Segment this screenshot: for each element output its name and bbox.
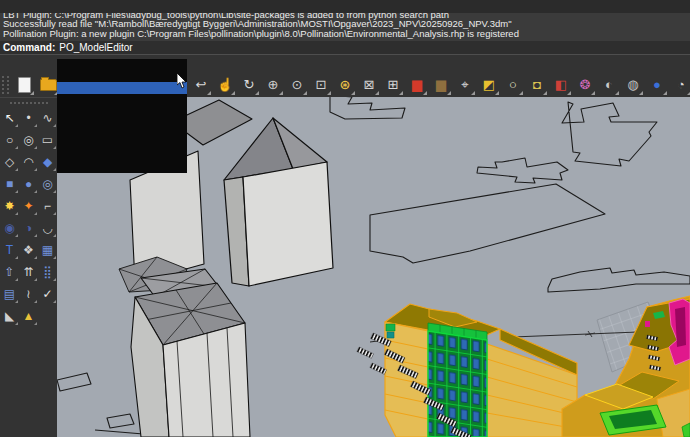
boolean-union-icon[interactable]: ◉	[0, 217, 19, 239]
panel-tool-icon[interactable]: ▤	[0, 283, 19, 305]
command-input[interactable]: PO_ModelEditor	[59, 42, 132, 53]
autocomplete-item-po-matchchildgeometry[interactable]	[57, 150, 187, 161]
command-history[interactable]: LBT Plugin: C:\Program Files\ladybug_too…	[0, 13, 690, 42]
command-line[interactable]: Command:PO_ModelEditor	[0, 41, 690, 55]
pan-view-icon[interactable]: ☝	[213, 74, 237, 96]
render-icon[interactable]: ▆	[405, 74, 429, 96]
autocomplete-item-po-editproperties[interactable]	[57, 116, 187, 127]
zoom-dynamic-icon[interactable]: ⊙	[285, 74, 309, 96]
autocomplete-item-po-projectchildtohost[interactable]	[57, 138, 187, 149]
raytrace-view-icon[interactable]: ●	[645, 74, 669, 96]
command-label: Command:	[3, 42, 55, 53]
explode-star-icon[interactable]: ✸	[0, 195, 19, 217]
explode-icon[interactable]: ✦	[19, 195, 38, 217]
rhino-window: { "colors": { "menubar_bg": "#2b2b2b", "…	[0, 0, 690, 437]
toolbar-view-icons: ↩☝↻⊕⊙⊡⊛⊠⊞▆▆⌖◩○◘◧❂◐◍●◔⚙≡◉	[189, 74, 690, 96]
apply-check-icon[interactable]: ✓	[38, 283, 57, 305]
fence-tool-icon[interactable]: ⇈	[19, 261, 38, 283]
autocomplete-item-po-resetlegendlocation[interactable]	[57, 94, 187, 105]
zoom-extents-icon[interactable]: ⊠	[357, 74, 381, 96]
point-tool-icon[interactable]: •	[19, 107, 38, 129]
fillet-curve-icon[interactable]: ◡	[38, 217, 57, 239]
move-tool-icon[interactable]: ❖	[19, 239, 38, 261]
torus-tool-icon[interactable]: ◎	[38, 173, 57, 195]
toolbar-file-icons	[12, 74, 60, 96]
boolean-split-icon[interactable]: ◑	[19, 217, 38, 239]
zoom-selected-icon[interactable]: ⊛	[333, 74, 357, 96]
sphere-tool-icon[interactable]: ●	[19, 173, 38, 195]
autocomplete-item-po-dupaperturesdoors[interactable]	[57, 127, 187, 138]
rectangle-tool-icon[interactable]: ▭	[38, 129, 57, 151]
joint-tool-icon[interactable]: ⌐	[38, 195, 57, 217]
wedge-icon[interactable]: ◣	[0, 305, 19, 327]
gem-tool-icon[interactable]: ◆	[38, 151, 57, 173]
rotate-view-icon[interactable]: ↻	[237, 74, 261, 96]
zoom-window-icon[interactable]: ⊡	[309, 74, 333, 96]
extrude-tool-icon[interactable]: ⇧	[0, 261, 19, 283]
new-file-icon[interactable]	[12, 74, 36, 96]
material-icon[interactable]: ◧	[549, 74, 573, 96]
pyramid-icon[interactable]: ▲	[19, 305, 38, 327]
lock-icon[interactable]: ◘	[525, 74, 549, 96]
sidebar-grip[interactable]	[10, 102, 48, 104]
ellipse-tool-icon[interactable]: ◎	[19, 129, 38, 151]
cplane-icon[interactable]: ⌖	[453, 74, 477, 96]
command-autocomplete	[57, 59, 187, 173]
textured-view-icon[interactable]: ◍	[621, 74, 645, 96]
menu-bar	[0, 0, 690, 13]
shaded-view-icon[interactable]: ◐	[597, 74, 621, 96]
arc-tool-icon[interactable]: ◠	[19, 151, 38, 173]
box-tool-icon[interactable]: ■	[0, 173, 19, 195]
tool-sidebar: ↖•∿○◎▭◇◠◆■●◎✸✦⌐◉◑◡T❖▦⇧⇈⣿▤≀✓◣▲	[0, 97, 57, 437]
lights-icon[interactable]: ○	[501, 74, 525, 96]
twist-tool-icon[interactable]: ≀	[19, 283, 38, 305]
array-tool-icon[interactable]: ▦	[38, 239, 57, 261]
undo-icon[interactable]: ↩	[189, 74, 213, 96]
autocomplete-item-po-setroomstorybyelevation[interactable]	[57, 71, 187, 82]
text-tool-icon[interactable]: T	[0, 239, 19, 261]
curve-points-icon[interactable]: ∿	[38, 107, 57, 129]
history-line: Pollination Plugin: a new plugin C:\Prog…	[3, 29, 690, 38]
four-viewports-icon[interactable]: ⊞	[381, 74, 405, 96]
autocomplete-item-po-modifiersetmanager[interactable]	[57, 60, 187, 71]
autocomplete-item-po-embeduserlibrary[interactable]	[57, 82, 187, 93]
polygon-tool-icon[interactable]: ◇	[0, 151, 19, 173]
render-in-window-icon[interactable]: ▆	[429, 74, 453, 96]
gumball-icon[interactable]: ◩	[477, 74, 501, 96]
color-wheel-icon[interactable]: ❂	[573, 74, 597, 96]
autocomplete-item-po-modifiermanager[interactable]	[57, 105, 187, 116]
zoom-in-icon[interactable]: ⊕	[261, 74, 285, 96]
sidebar-icons: ↖•∿○◎▭◇◠◆■●◎✸✦⌐◉◑◡T❖▦⇧⇈⣿▤≀✓◣▲	[0, 107, 57, 327]
select-arrow-icon[interactable]: ↖	[0, 107, 19, 129]
toolbar-grip[interactable]	[2, 76, 9, 94]
mouse-cursor	[177, 73, 188, 89]
artistic-view-icon[interactable]: ◔	[669, 74, 690, 96]
point-grid-icon[interactable]: ⣿	[38, 261, 57, 283]
circle-tool-icon[interactable]: ○	[0, 129, 19, 151]
autocomplete-item-po-resetboundarycondition[interactable]	[57, 161, 187, 172]
